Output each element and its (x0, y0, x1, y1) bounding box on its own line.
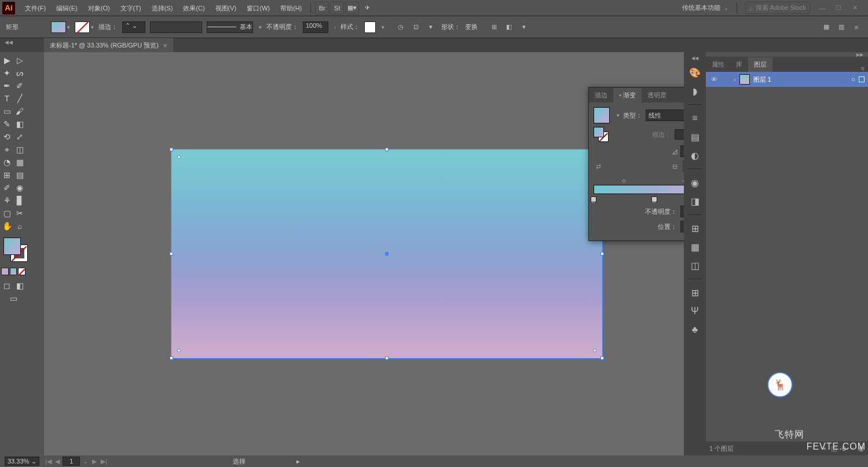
menu-help[interactable]: 帮助(H) (275, 0, 307, 16)
draw-normal-icon[interactable]: ◻ (1, 280, 13, 291)
stroke-weight-input[interactable]: ⌃ ⌄ (122, 21, 145, 33)
tab-layers[interactable]: 图层 (748, 57, 772, 72)
hand-tool[interactable]: ✋ (1, 220, 13, 232)
rectangle-tool[interactable]: ▭ (1, 105, 13, 117)
gradient-preview[interactable] (594, 107, 610, 123)
rotate-tool[interactable]: ⟲ (1, 131, 13, 143)
align-pixel-icon[interactable]: ▥ (836, 21, 847, 33)
gradient-ramp[interactable] (594, 185, 684, 194)
layer-visibility-icon[interactable]: 👁 (709, 76, 719, 83)
gpu-icon[interactable]: ✈ (360, 2, 374, 14)
menu-edit[interactable]: 编辑(E) (51, 0, 83, 16)
slice-tool[interactable]: ✂ (14, 207, 25, 219)
close-button[interactable]: ✕ (847, 3, 862, 13)
isolate-group-icon[interactable]: ▾ (518, 21, 530, 33)
free-transform-tool[interactable]: ◫ (14, 144, 25, 155)
menu-view[interactable]: 视图(V) (210, 0, 242, 16)
minimize-button[interactable]: — (815, 3, 830, 13)
gradient-tab-stroke[interactable]: 描边 (589, 88, 613, 103)
recolor-icon[interactable]: ◷ (395, 21, 406, 33)
layer-target-icon[interactable]: ○ (851, 76, 855, 83)
dock-expand-handle[interactable]: ◀◀ (691, 56, 698, 60)
gradient-tab-gradient[interactable]: ◦ 渐变 (613, 88, 642, 103)
tab-libraries[interactable]: 库 (730, 57, 748, 72)
gradient-panel-icon[interactable]: ▤ (688, 130, 701, 143)
magic-wand-tool[interactable]: ✦ (1, 67, 13, 79)
curvature-tool[interactable]: ✐ (14, 80, 25, 92)
grad-location-input[interactable]: 100% (680, 221, 684, 232)
perspective-tool[interactable]: ▦ (14, 156, 25, 168)
symbols-panel-icon[interactable]: ♣ (688, 323, 701, 336)
screen-mode-icon[interactable]: ▭ (1, 293, 25, 304)
align-icon[interactable]: ⊡ (410, 21, 422, 33)
menu-type[interactable]: 文字(T) (115, 0, 147, 16)
fill-stroke-area[interactable] (1, 238, 25, 265)
color-mode-swatch[interactable] (1, 268, 9, 275)
pen-tool[interactable]: ✒ (1, 80, 13, 92)
stock-icon[interactable]: St (330, 2, 344, 14)
select-similar-icon[interactable]: ◧ (503, 21, 515, 33)
brushes-panel-icon[interactable]: Ψ (688, 305, 701, 318)
blend-tool[interactable]: ◉ (14, 182, 25, 194)
transparency-panel-icon[interactable]: ◐ (688, 149, 701, 162)
workspace-switcher[interactable]: 传统基本功能 ⌄ (677, 3, 733, 12)
layer-name[interactable]: 图层 1 (753, 75, 848, 84)
layers-panel-menu-icon[interactable]: ≡ (861, 65, 865, 72)
draw-behind-icon[interactable]: ◧ (14, 280, 25, 291)
symbol-sprayer-tool[interactable]: ⚘ (1, 195, 13, 206)
transform-panel-icon[interactable]: ▦ (688, 240, 701, 253)
scale-tool[interactable]: ⤢ (14, 131, 25, 143)
menu-object[interactable]: 对象(O) (83, 0, 115, 16)
stroke-panel-icon[interactable]: ≡ (688, 112, 701, 125)
eyedropper-tool[interactable]: ✐ (1, 182, 13, 194)
style-swatch[interactable] (364, 21, 376, 33)
width-tool[interactable]: ⌖ (1, 144, 13, 155)
none-mode-swatch[interactable] (18, 268, 25, 275)
artboard-navigation[interactable]: |◀ ◀ 1 ⌄ ▶ ▶| (44, 457, 108, 466)
snap-pixel-icon[interactable]: ▦ (821, 21, 832, 33)
close-tab-icon[interactable]: × (163, 42, 167, 50)
search-stock[interactable]: ⌕ 搜索 Adobe Stock (745, 2, 810, 14)
color-guide-icon[interactable]: ◗ (688, 85, 701, 97)
artboard-tool[interactable]: ▢ (1, 207, 13, 219)
shaper-tool[interactable]: ✎ (1, 118, 13, 130)
gradient-tool[interactable]: ▤ (14, 169, 25, 181)
direct-selection-tool[interactable]: ▷ (14, 54, 25, 66)
isolate-icon[interactable]: ⊞ (488, 21, 500, 33)
type-tool[interactable]: T (1, 93, 13, 104)
layer-expand-icon[interactable]: › (734, 76, 736, 83)
grad-opacity-input[interactable]: 100% (680, 206, 684, 217)
page-input[interactable]: 1 (63, 457, 80, 466)
stroke-swatch[interactable] (75, 21, 90, 33)
zoom-level-select[interactable]: 33.33% ⌄ (5, 457, 39, 466)
opacity-input[interactable]: 100% (303, 21, 328, 33)
maximize-button[interactable]: ☐ (831, 3, 846, 13)
pathfinder-icon[interactable]: ◫ (688, 259, 701, 272)
eraser-tool[interactable]: ◧ (14, 118, 25, 130)
first-page-icon[interactable]: |◀ (44, 458, 52, 465)
stroke-width-profile[interactable] (150, 21, 202, 33)
menu-file[interactable]: 文件(F) (20, 0, 51, 16)
gradient-tab-transparency[interactable]: 透明度 (642, 88, 672, 103)
tab-properties[interactable]: 属性 (706, 57, 730, 72)
gradient-angle-input[interactable]: -90° (680, 145, 684, 157)
mesh-tool[interactable]: ⊞ (1, 169, 13, 181)
menu-select[interactable]: 选择(S) (147, 0, 178, 16)
fill-color[interactable] (3, 238, 21, 255)
last-page-icon[interactable]: ▶| (100, 458, 108, 465)
brush-definition[interactable]: 基本 (207, 21, 253, 33)
appearance-panel-icon[interactable]: ◉ (688, 176, 701, 189)
shape-builder-tool[interactable]: ◔ (1, 156, 13, 168)
fill-swatch[interactable] (51, 21, 66, 33)
stroke-grad-within-icon[interactable] (675, 129, 684, 140)
align-more-icon[interactable]: ▾ (425, 21, 437, 33)
next-page-icon[interactable]: ▶ (90, 458, 98, 465)
lasso-tool[interactable]: ᔕ (14, 67, 25, 79)
tools-expand-handle[interactable]: ◀◀ (5, 39, 13, 45)
menu-window[interactable]: 窗口(W) (241, 0, 275, 16)
swatches-panel-icon[interactable]: ⊞ (688, 286, 701, 299)
paintbrush-tool[interactable]: 🖌 (14, 105, 25, 117)
selection-tool[interactable]: ▶ (1, 54, 13, 66)
gradient-fillstroke[interactable] (594, 127, 609, 142)
align-panel-icon[interactable]: ⊞ (688, 222, 701, 235)
